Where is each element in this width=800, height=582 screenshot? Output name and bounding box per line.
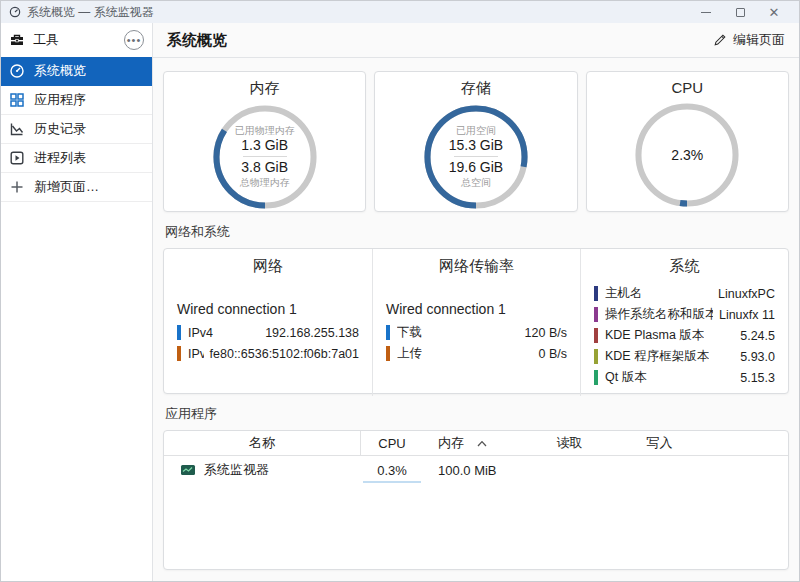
cpu-usage-bar	[363, 481, 421, 483]
grid-icon	[9, 92, 25, 108]
app-window: 系统概览 — 系统监视器 ✕ 工具 ••• 系统概览 应用程序	[0, 0, 800, 582]
ipv4-marker	[177, 325, 181, 340]
storage-total-value: 19.6 GiB	[449, 159, 503, 176]
ipv4-value: 192.168.255.138	[259, 326, 359, 340]
ipv4-row: IPv4 192.168.255.138	[177, 322, 359, 343]
hostname-value: LinuxfxPC	[712, 287, 775, 301]
storage-donut-chart: 已用空间 15.3 GiB 19.6 GiB 总空间	[420, 101, 532, 211]
toolbox-icon	[9, 32, 25, 48]
network-rate-title: 网络传输率	[386, 257, 567, 276]
qt-row: Qt 版本 5.15.3	[594, 367, 775, 388]
sidebar-header: 工具 •••	[1, 23, 152, 57]
qt-value: 5.15.3	[734, 371, 775, 385]
plus-icon	[9, 179, 25, 195]
plasma-label: KDE Plasma 版本	[605, 327, 704, 344]
sidebar-item-label: 进程列表	[34, 149, 86, 167]
storage-card-title: 存储	[461, 79, 491, 98]
storage-total-label: 总空间	[461, 176, 491, 189]
sidebar-item-label: 新增页面…	[34, 178, 99, 196]
applications-table-card: 名称 CPU 内存 读取 写入 系统监视器	[163, 430, 789, 570]
download-value: 120 B/s	[519, 326, 567, 340]
edit-page-label: 编辑页面	[733, 31, 785, 49]
edit-page-button[interactable]: 编辑页面	[713, 31, 785, 49]
window-controls: ✕	[689, 2, 791, 22]
donut-divider	[243, 156, 287, 157]
sidebar-item-label: 应用程序	[34, 91, 86, 109]
ipv4-label: IPv4	[188, 326, 213, 340]
hostname-label: 主机名	[605, 285, 643, 302]
gauge-icon	[9, 63, 25, 79]
sidebar-item-history[interactable]: 历史记录	[1, 115, 152, 144]
frameworks-label: KDE 程序框架版本	[605, 348, 709, 365]
pencil-icon	[713, 33, 727, 47]
table-header-row: 名称 CPU 内存 读取 写入	[164, 431, 788, 456]
network-title: 网络	[177, 257, 359, 276]
storage-used-label: 已用空间	[456, 124, 496, 137]
minimize-icon[interactable]	[689, 2, 723, 22]
hostname-row: 主机名 LinuxfxPC	[594, 283, 775, 304]
plasma-value: 5.24.5	[734, 329, 775, 343]
sidebar-item-overview[interactable]: 系统概览	[1, 57, 152, 86]
memory-card: 内存 已用物理内存 1.3 GiB 3.8 GiB 总	[163, 71, 366, 212]
cpu-usage-value: 2.3%	[671, 147, 703, 163]
qt-marker	[594, 370, 598, 385]
plasma-row: KDE Plasma 版本 5.24.5	[594, 325, 775, 346]
memory-donut-chart: 已用物理内存 1.3 GiB 3.8 GiB 总物理内存	[209, 101, 321, 211]
section-applications: 应用程序	[165, 405, 787, 423]
sidebar: 工具 ••• 系统概览 应用程序 历史记录 进程列表 新增页面…	[1, 23, 153, 581]
process-list-icon	[9, 150, 25, 166]
cpu-card: CPU 2.3%	[586, 71, 789, 212]
column-header-read[interactable]: 读取	[527, 431, 612, 455]
os-row: 操作系统名称和版本 Linuxfx 11	[594, 304, 775, 325]
column-header-name[interactable]: 名称	[164, 431, 361, 455]
hostname-marker	[594, 286, 598, 301]
overview-content: 内存 已用物理内存 1.3 GiB 3.8 GiB 总	[153, 58, 799, 581]
ipv6-row: IPv6 fe80::6536:5102:f06b:7a01	[177, 343, 359, 364]
sort-ascending-icon	[477, 440, 487, 447]
close-icon[interactable]: ✕	[757, 2, 791, 22]
process-cpu: 0.3%	[377, 463, 407, 478]
window-title: 系统概览 — 系统监视器	[27, 4, 154, 21]
memory-used-label: 已用物理内存	[235, 124, 295, 137]
storage-card: 存储 已用空间 15.3 GiB 19.6 GiB 总	[374, 71, 577, 212]
frameworks-row: KDE 程序框架版本 5.93.0	[594, 346, 775, 367]
maximize-icon[interactable]	[723, 2, 757, 22]
sidebar-item-add-page[interactable]: 新增页面…	[1, 173, 152, 202]
process-memory: 100.0 MiB	[438, 463, 497, 478]
table-row[interactable]: 系统监视器 0.3% 100.0 MiB	[164, 456, 788, 484]
sidebar-header-label: 工具	[33, 31, 59, 49]
upload-value: 0 B/s	[533, 347, 568, 361]
column-header-cpu[interactable]: CPU	[361, 431, 423, 455]
plasma-marker	[594, 328, 598, 343]
memory-total-value: 3.8 GiB	[241, 159, 288, 176]
page-title: 系统概览	[167, 31, 227, 50]
ipv6-marker	[177, 346, 181, 361]
upload-marker	[386, 346, 390, 361]
ipv6-label: IPv6	[188, 347, 204, 361]
cpu-donut-chart: 2.3%	[631, 99, 743, 211]
rate-connection-name: Wired connection 1	[386, 301, 567, 317]
sidebar-item-applications[interactable]: 应用程序	[1, 86, 152, 115]
column-header-write[interactable]: 写入	[612, 431, 707, 455]
network-system-card: 网络 Wired connection 1 IPv4 192.168.255.1…	[163, 248, 789, 394]
os-marker	[594, 307, 598, 322]
network-column: 网络 Wired connection 1 IPv4 192.168.255.1…	[164, 249, 372, 396]
upload-label: 上传	[397, 345, 422, 362]
network-connection-name: Wired connection 1	[177, 301, 359, 317]
gauge-row: 内存 已用物理内存 1.3 GiB 3.8 GiB 总	[163, 71, 789, 212]
qt-label: Qt 版本	[605, 369, 647, 386]
column-header-memory[interactable]: 内存	[423, 431, 527, 455]
memory-card-title: 内存	[250, 79, 280, 98]
sidebar-item-processes[interactable]: 进程列表	[1, 144, 152, 173]
cpu-card-title: CPU	[671, 79, 703, 96]
ipv6-value: fe80::6536:5102:f06b:7a01	[204, 347, 359, 361]
sidebar-item-label: 历史记录	[34, 120, 86, 138]
os-value: Linuxfx 11	[713, 308, 775, 322]
overflow-menu-button[interactable]: •••	[124, 30, 144, 50]
network-rate-column: 网络传输率 Wired connection 1 下载 120 B/s 上传 0…	[372, 249, 580, 396]
app-icon	[9, 6, 21, 18]
main-panel: 系统概览 编辑页面 内存	[153, 23, 799, 581]
section-network-system: 网络和系统	[165, 223, 787, 241]
system-column: 系统 主机名 LinuxfxPC 操作系统名称和版本 Linuxfx 11	[580, 249, 788, 396]
download-label: 下载	[397, 324, 422, 341]
